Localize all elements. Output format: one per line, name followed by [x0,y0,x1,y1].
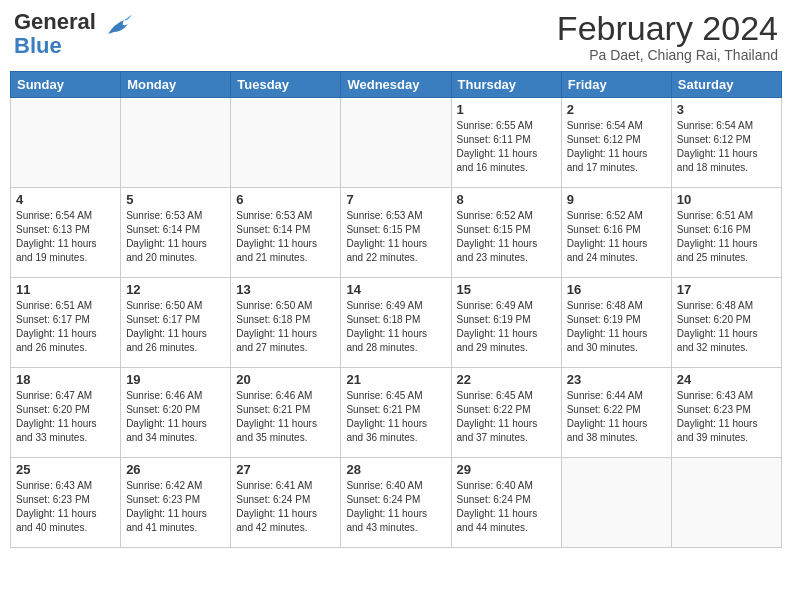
day-info: Sunrise: 6:51 AM Sunset: 6:17 PM Dayligh… [16,299,115,355]
day-cell: 1Sunrise: 6:55 AM Sunset: 6:11 PM Daylig… [451,98,561,188]
day-info: Sunrise: 6:42 AM Sunset: 6:23 PM Dayligh… [126,479,225,535]
day-number: 18 [16,372,115,387]
day-number: 21 [346,372,445,387]
day-number: 22 [457,372,556,387]
calendar-title: February 2024 [557,10,778,47]
day-cell: 24Sunrise: 6:43 AM Sunset: 6:23 PM Dayli… [671,368,781,458]
day-cell: 20Sunrise: 6:46 AM Sunset: 6:21 PM Dayli… [231,368,341,458]
day-cell: 15Sunrise: 6:49 AM Sunset: 6:19 PM Dayli… [451,278,561,368]
week-row-5: 25Sunrise: 6:43 AM Sunset: 6:23 PM Dayli… [11,458,782,548]
day-cell: 6Sunrise: 6:53 AM Sunset: 6:14 PM Daylig… [231,188,341,278]
day-number: 15 [457,282,556,297]
day-info: Sunrise: 6:46 AM Sunset: 6:21 PM Dayligh… [236,389,335,445]
day-cell: 14Sunrise: 6:49 AM Sunset: 6:18 PM Dayli… [341,278,451,368]
day-info: Sunrise: 6:49 AM Sunset: 6:18 PM Dayligh… [346,299,445,355]
day-number: 9 [567,192,666,207]
day-cell [121,98,231,188]
day-number: 26 [126,462,225,477]
day-info: Sunrise: 6:46 AM Sunset: 6:20 PM Dayligh… [126,389,225,445]
calendar-title-area: February 2024 Pa Daet, Chiang Rai, Thail… [557,10,778,63]
day-number: 19 [126,372,225,387]
day-info: Sunrise: 6:48 AM Sunset: 6:20 PM Dayligh… [677,299,776,355]
day-info: Sunrise: 6:55 AM Sunset: 6:11 PM Dayligh… [457,119,556,175]
day-cell: 28Sunrise: 6:40 AM Sunset: 6:24 PM Dayli… [341,458,451,548]
week-row-3: 11Sunrise: 6:51 AM Sunset: 6:17 PM Dayli… [11,278,782,368]
day-cell: 26Sunrise: 6:42 AM Sunset: 6:23 PM Dayli… [121,458,231,548]
day-info: Sunrise: 6:54 AM Sunset: 6:12 PM Dayligh… [567,119,666,175]
logo: General Blue [14,10,132,58]
day-cell: 21Sunrise: 6:45 AM Sunset: 6:21 PM Dayli… [341,368,451,458]
day-info: Sunrise: 6:52 AM Sunset: 6:15 PM Dayligh… [457,209,556,265]
day-cell: 9Sunrise: 6:52 AM Sunset: 6:16 PM Daylig… [561,188,671,278]
day-info: Sunrise: 6:52 AM Sunset: 6:16 PM Dayligh… [567,209,666,265]
day-cell: 16Sunrise: 6:48 AM Sunset: 6:19 PM Dayli… [561,278,671,368]
day-cell: 8Sunrise: 6:52 AM Sunset: 6:15 PM Daylig… [451,188,561,278]
day-cell: 13Sunrise: 6:50 AM Sunset: 6:18 PM Dayli… [231,278,341,368]
day-info: Sunrise: 6:54 AM Sunset: 6:12 PM Dayligh… [677,119,776,175]
week-row-2: 4Sunrise: 6:54 AM Sunset: 6:13 PM Daylig… [11,188,782,278]
day-number: 8 [457,192,556,207]
logo-bird-icon [100,14,132,42]
day-cell [11,98,121,188]
day-info: Sunrise: 6:53 AM Sunset: 6:14 PM Dayligh… [126,209,225,265]
day-cell: 5Sunrise: 6:53 AM Sunset: 6:14 PM Daylig… [121,188,231,278]
day-info: Sunrise: 6:50 AM Sunset: 6:17 PM Dayligh… [126,299,225,355]
day-number: 1 [457,102,556,117]
header-tuesday: Tuesday [231,72,341,98]
day-cell: 29Sunrise: 6:40 AM Sunset: 6:24 PM Dayli… [451,458,561,548]
day-number: 29 [457,462,556,477]
day-cell: 11Sunrise: 6:51 AM Sunset: 6:17 PM Dayli… [11,278,121,368]
header-saturday: Saturday [671,72,781,98]
day-number: 6 [236,192,335,207]
calendar-table: Sunday Monday Tuesday Wednesday Thursday… [10,71,782,548]
day-info: Sunrise: 6:43 AM Sunset: 6:23 PM Dayligh… [677,389,776,445]
day-info: Sunrise: 6:49 AM Sunset: 6:19 PM Dayligh… [457,299,556,355]
day-cell: 23Sunrise: 6:44 AM Sunset: 6:22 PM Dayli… [561,368,671,458]
day-cell [231,98,341,188]
header-friday: Friday [561,72,671,98]
day-info: Sunrise: 6:48 AM Sunset: 6:19 PM Dayligh… [567,299,666,355]
day-number: 4 [16,192,115,207]
day-number: 17 [677,282,776,297]
day-cell: 19Sunrise: 6:46 AM Sunset: 6:20 PM Dayli… [121,368,231,458]
day-number: 23 [567,372,666,387]
logo-general: General [14,9,96,34]
day-info: Sunrise: 6:51 AM Sunset: 6:16 PM Dayligh… [677,209,776,265]
day-info: Sunrise: 6:43 AM Sunset: 6:23 PM Dayligh… [16,479,115,535]
day-info: Sunrise: 6:45 AM Sunset: 6:22 PM Dayligh… [457,389,556,445]
day-number: 13 [236,282,335,297]
day-info: Sunrise: 6:53 AM Sunset: 6:15 PM Dayligh… [346,209,445,265]
day-cell: 12Sunrise: 6:50 AM Sunset: 6:17 PM Dayli… [121,278,231,368]
day-cell [341,98,451,188]
day-info: Sunrise: 6:47 AM Sunset: 6:20 PM Dayligh… [16,389,115,445]
week-row-1: 1Sunrise: 6:55 AM Sunset: 6:11 PM Daylig… [11,98,782,188]
day-number: 24 [677,372,776,387]
day-cell: 7Sunrise: 6:53 AM Sunset: 6:15 PM Daylig… [341,188,451,278]
day-cell: 10Sunrise: 6:51 AM Sunset: 6:16 PM Dayli… [671,188,781,278]
logo-blue: Blue [14,34,96,58]
day-cell: 2Sunrise: 6:54 AM Sunset: 6:12 PM Daylig… [561,98,671,188]
calendar-header-row: Sunday Monday Tuesday Wednesday Thursday… [11,72,782,98]
header-thursday: Thursday [451,72,561,98]
day-number: 11 [16,282,115,297]
day-number: 28 [346,462,445,477]
day-number: 27 [236,462,335,477]
day-number: 20 [236,372,335,387]
day-number: 16 [567,282,666,297]
day-cell: 18Sunrise: 6:47 AM Sunset: 6:20 PM Dayli… [11,368,121,458]
day-info: Sunrise: 6:50 AM Sunset: 6:18 PM Dayligh… [236,299,335,355]
calendar-subtitle: Pa Daet, Chiang Rai, Thailand [557,47,778,63]
header-wednesday: Wednesday [341,72,451,98]
day-cell [671,458,781,548]
day-info: Sunrise: 6:45 AM Sunset: 6:21 PM Dayligh… [346,389,445,445]
day-number: 3 [677,102,776,117]
day-cell: 25Sunrise: 6:43 AM Sunset: 6:23 PM Dayli… [11,458,121,548]
day-number: 25 [16,462,115,477]
day-cell: 22Sunrise: 6:45 AM Sunset: 6:22 PM Dayli… [451,368,561,458]
day-number: 14 [346,282,445,297]
page-header: General Blue February 2024 Pa Daet, Chia… [10,10,782,63]
day-info: Sunrise: 6:54 AM Sunset: 6:13 PM Dayligh… [16,209,115,265]
header-sunday: Sunday [11,72,121,98]
day-info: Sunrise: 6:44 AM Sunset: 6:22 PM Dayligh… [567,389,666,445]
day-number: 12 [126,282,225,297]
